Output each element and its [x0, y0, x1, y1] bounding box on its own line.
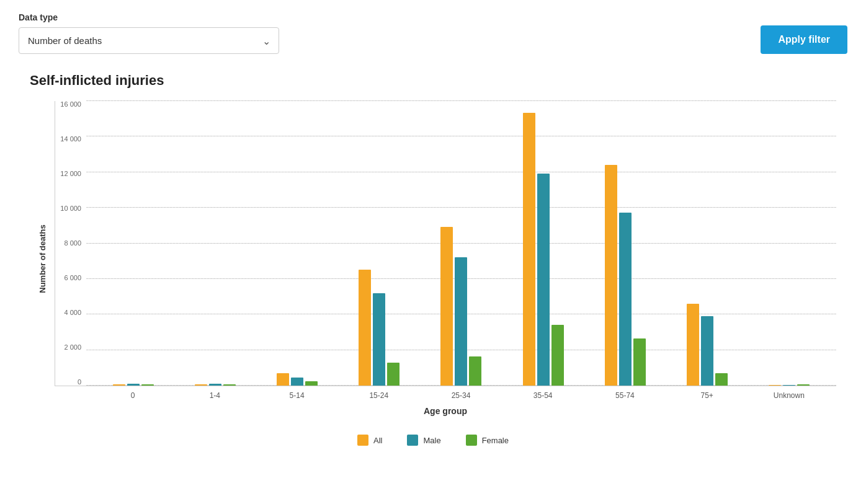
- legend-color-female: [466, 435, 477, 446]
- legend-item-all: All: [357, 435, 382, 446]
- y-tick: 2 000: [55, 344, 86, 351]
- y-axis-ticks: 02 0004 0006 0008 00010 00012 00014 0001…: [55, 101, 86, 386]
- x-label: Unknown: [748, 391, 830, 400]
- x-axis-title: Age group: [55, 406, 836, 416]
- bar-all: [195, 384, 207, 386]
- x-label: 5-14: [256, 391, 337, 400]
- x-label: 1-4: [174, 391, 256, 400]
- bar-male: [291, 378, 303, 386]
- x-label: 0: [92, 391, 174, 400]
- chart-inner: 02 0004 0006 0008 00010 00012 00014 0001…: [55, 101, 836, 416]
- chart-container: Self-inflicted injuries Number of deaths…: [30, 73, 836, 446]
- bar-male: [209, 384, 221, 386]
- data-type-label: Data type: [19, 12, 279, 22]
- x-label: 15-24: [338, 391, 420, 400]
- bar-all: [769, 385, 781, 386]
- grid-and-bars: 02 0004 0006 0008 00010 00012 00014 0001…: [55, 101, 836, 386]
- bar-group: [92, 384, 174, 386]
- bar-female: [633, 338, 646, 386]
- bar-male: [619, 213, 632, 386]
- bar-all: [359, 270, 371, 386]
- y-tick: 0: [55, 379, 86, 386]
- data-type-select[interactable]: Number of deathsRate per 100,000: [19, 27, 279, 54]
- bar-group: [584, 165, 666, 386]
- bar-all: [687, 304, 699, 386]
- bar-female: [305, 381, 318, 386]
- bar-all: [440, 227, 453, 386]
- y-tick: 4 000: [55, 309, 86, 316]
- x-label: 75+: [666, 391, 748, 400]
- y-axis-label-wrapper: Number of deaths: [30, 101, 55, 416]
- bar-group: [420, 227, 502, 386]
- chart-title: Self-inflicted injuries: [30, 73, 836, 89]
- bar-male: [537, 174, 550, 386]
- bar-group: [748, 384, 830, 386]
- bar-all: [277, 373, 289, 386]
- bar-female: [223, 384, 236, 386]
- data-type-section: Data type Number of deathsRate per 100,0…: [19, 12, 279, 54]
- legend: AllMaleFemale: [30, 435, 836, 446]
- y-tick: 8 000: [55, 240, 86, 247]
- top-controls: Data type Number of deathsRate per 100,0…: [19, 12, 847, 54]
- bar-female: [551, 325, 564, 386]
- y-tick: 6 000: [55, 275, 86, 281]
- bar-all: [113, 384, 125, 386]
- y-tick: 10 000: [55, 205, 86, 212]
- bar-group: [338, 270, 420, 386]
- y-tick: 14 000: [55, 136, 86, 143]
- bar-group: [174, 384, 256, 386]
- y-axis-label: Number of deaths: [38, 224, 47, 293]
- legend-item-male: Male: [407, 435, 440, 446]
- y-tick: 12 000: [55, 170, 86, 177]
- bar-female: [797, 384, 810, 386]
- bar-male: [455, 257, 467, 386]
- bar-male: [373, 293, 385, 386]
- legend-color-all: [357, 435, 368, 446]
- bar-all: [523, 113, 535, 386]
- bar-male: [701, 316, 713, 386]
- x-label: 35-54: [502, 391, 584, 400]
- chart-area: Number of deaths 02 0004 0006 0008 00010…: [30, 101, 836, 416]
- data-type-select-wrapper: Number of deathsRate per 100,000 ⌄: [19, 27, 279, 54]
- legend-label-female: Female: [482, 436, 509, 445]
- x-axis: 01-45-1415-2425-3435-5455-7475+Unknown: [55, 386, 836, 400]
- x-label: 25-34: [420, 391, 502, 400]
- bar-female: [387, 363, 400, 386]
- bar-group: [256, 373, 338, 386]
- bar-male: [127, 384, 140, 386]
- bars-area: [86, 101, 836, 386]
- legend-color-male: [407, 435, 418, 446]
- bar-group: [666, 304, 748, 386]
- x-label: 55-74: [584, 391, 666, 400]
- bar-female: [469, 356, 481, 386]
- bar-male: [783, 385, 795, 386]
- y-tick: 16 000: [55, 101, 86, 108]
- legend-label-all: All: [373, 436, 382, 445]
- apply-filter-button[interactable]: Apply filter: [761, 25, 847, 54]
- bar-female: [141, 384, 154, 386]
- legend-label-male: Male: [423, 436, 440, 445]
- bar-group: [502, 113, 584, 386]
- legend-item-female: Female: [466, 435, 509, 446]
- bar-all: [605, 165, 617, 386]
- bar-female: [715, 373, 728, 386]
